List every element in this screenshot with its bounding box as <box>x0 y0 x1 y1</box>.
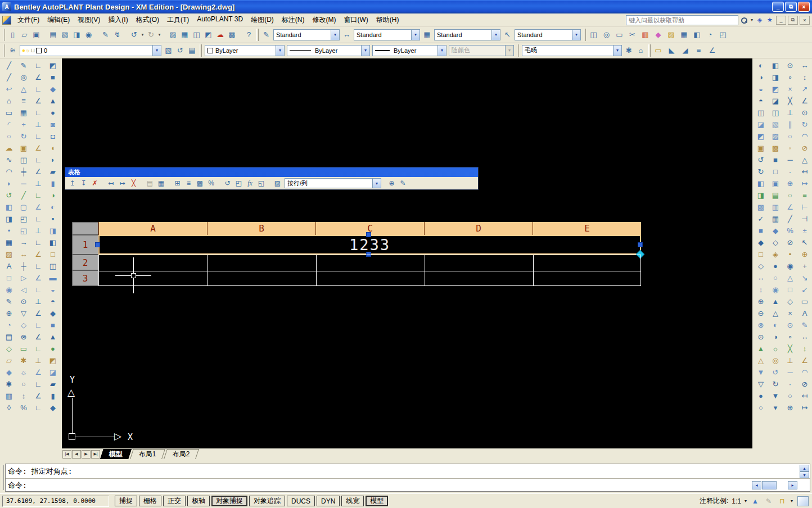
dimension-tool-icon[interactable]: ↻ <box>799 119 811 130</box>
toolbar-grip[interactable] <box>3 29 5 41</box>
style-icon[interactable]: ↔ <box>341 29 353 40</box>
modify-tool-icon[interactable]: ↔ <box>17 248 30 260</box>
match-cell-icon[interactable]: ▨ <box>272 178 283 188</box>
table-grid[interactable] <box>98 255 641 286</box>
formula-icon[interactable]: fx <box>245 178 255 188</box>
insert-col-left-icon[interactable]: ↤ <box>106 178 116 188</box>
manage-content-icon[interactable]: ◱ <box>256 178 267 188</box>
ucs-tool-icon[interactable]: ∟ <box>32 402 44 414</box>
modeling-tool-icon[interactable]: ▮ <box>47 178 59 189</box>
view-tool-icon[interactable]: ▲ <box>769 296 782 307</box>
ucs-tool-icon[interactable]: ∟ <box>32 83 44 95</box>
osnap-tool-icon[interactable]: ⊕ <box>784 402 796 414</box>
view-tool-icon[interactable]: □ <box>769 166 782 178</box>
draw-tool-icon[interactable]: ╱ <box>3 60 15 71</box>
ucs-tool-icon[interactable]: ∠ <box>32 166 44 178</box>
solid-edit-tool-icon[interactable]: ■ <box>755 225 767 237</box>
map-icon[interactable]: ▦ <box>678 29 690 40</box>
door-icon[interactable]: ◰ <box>717 29 729 40</box>
solid-edit-tool-icon[interactable]: ↔ <box>755 272 767 284</box>
style-icon[interactable]: ↖ <box>502 29 513 40</box>
chevron-down-icon[interactable]: ▾ <box>372 179 381 188</box>
paint-icon[interactable]: ✎ <box>100 29 111 40</box>
equipment-icon[interactable]: ◫ <box>588 29 599 40</box>
draw-tool-icon[interactable]: ▥ <box>3 390 15 402</box>
osnap-tool-icon[interactable]: ∘ <box>784 331 796 343</box>
modeling-tool-icon[interactable]: ▪ <box>47 213 59 225</box>
save-icon[interactable]: ▣ <box>30 29 42 40</box>
solid-edit-tool-icon[interactable]: △ <box>755 355 767 366</box>
table-toolbar-titlebar[interactable]: 表格 <box>65 167 478 177</box>
view-tool-icon[interactable]: ☼ <box>769 343 782 355</box>
table-column-header[interactable]: D <box>424 222 533 235</box>
dimension-tool-icon[interactable]: ∠ <box>799 355 811 366</box>
insert-row-below-icon[interactable]: ↧ <box>78 178 89 188</box>
osnap-tool-icon[interactable]: ╳ <box>784 343 796 355</box>
modify-tool-icon[interactable]: ╱ <box>17 189 30 201</box>
solid-edit-tool-icon[interactable]: ◨ <box>755 189 767 201</box>
modeling-tool-icon[interactable]: ■ <box>47 319 59 331</box>
osnap-tool-icon[interactable]: ◇ <box>784 296 796 307</box>
toolbar-grip[interactable] <box>584 29 586 41</box>
block-editor-icon[interactable]: ◫ <box>191 29 202 40</box>
solid-edit-tool-icon[interactable]: □ <box>755 248 767 260</box>
osnap-tool-icon[interactable]: × <box>784 307 796 319</box>
ucs-tool-icon[interactable]: ∟ <box>32 343 44 355</box>
ucs-tool-icon[interactable]: ∠ <box>32 331 44 343</box>
chevron-down-icon[interactable]: ▾ <box>437 46 446 56</box>
dimension-tool-icon[interactable]: ⊘ <box>799 142 811 154</box>
doc-close-button[interactable]: × <box>800 16 810 25</box>
dimension-tool-icon[interactable]: ∠ <box>799 95 811 107</box>
modeling-tool-icon[interactable]: ◘ <box>47 130 59 142</box>
view-tool-icon[interactable]: ↻ <box>769 378 782 390</box>
delete-col-icon[interactable]: ╳ <box>128 178 139 188</box>
modify-tool-icon[interactable]: + <box>17 119 30 130</box>
angle-icon[interactable]: ∠ <box>706 44 718 56</box>
dimension-tool-icon[interactable]: ↘ <box>799 272 811 284</box>
status-menu-arrow-icon[interactable]: ▾ <box>791 498 793 504</box>
osnap-tool-icon[interactable]: ◉ <box>784 260 796 272</box>
delete-row-icon[interactable]: ✗ <box>89 178 100 188</box>
solid-edit-tool-icon[interactable]: ◑ <box>755 71 767 83</box>
ucs-tool-icon[interactable]: ∠ <box>32 201 44 213</box>
modeling-tool-icon[interactable]: ◐ <box>47 201 59 213</box>
toolbar-grip[interactable] <box>3 44 5 57</box>
table-corner-cell[interactable] <box>72 222 98 235</box>
insert-col-right-icon[interactable]: ↦ <box>117 178 128 188</box>
doc-restore-button[interactable]: ⧉ <box>788 16 798 25</box>
doc-minimize-button[interactable]: _ <box>776 16 786 25</box>
command-input-line[interactable]: 命令: <box>8 480 27 491</box>
modify-tool-icon[interactable]: ╪ <box>17 166 30 178</box>
gear-icon[interactable]: ✱ <box>623 44 635 56</box>
view-tool-icon[interactable]: ◨ <box>769 71 782 83</box>
menu-item[interactable]: 插入(I) <box>104 13 132 26</box>
chevron-down-icon[interactable]: ▾ <box>152 46 161 56</box>
insert-row-above-icon[interactable]: ↥ <box>67 178 78 188</box>
view-tool-icon[interactable]: ▨ <box>769 130 782 142</box>
modify-tool-icon[interactable]: ▷ <box>17 272 30 284</box>
osnap-tool-icon[interactable]: ⊥ <box>784 355 796 366</box>
solid-edit-tool-icon[interactable]: ● <box>755 390 767 402</box>
solid-edit-tool-icon[interactable]: ◒ <box>755 83 767 95</box>
scroll-up-button[interactable]: ▴ <box>800 465 809 471</box>
osnap-tool-icon[interactable]: ○ <box>784 390 796 402</box>
menu-item[interactable]: 格式(O) <box>132 13 163 26</box>
insert-block-icon[interactable]: ↺ <box>222 178 233 188</box>
ucs-tool-icon[interactable]: ∟ <box>32 107 44 119</box>
ucs-tool-icon[interactable]: ∠ <box>32 366 44 378</box>
view-tool-icon[interactable]: ◑ <box>769 331 782 343</box>
view-tool-icon[interactable]: ◪ <box>769 95 782 107</box>
view-tool-icon[interactable]: ▼ <box>769 390 782 402</box>
train-icon[interactable]: ▥ <box>639 29 651 40</box>
merge-cells-icon[interactable]: ▤ <box>145 178 155 188</box>
solid-edit-tool-icon[interactable]: ◪ <box>755 119 767 130</box>
dimension-tool-icon[interactable]: ↖ <box>799 237 811 248</box>
osnap-tool-icon[interactable]: ⊕ <box>784 178 796 189</box>
osnap-tool-icon[interactable]: ⊙ <box>784 319 796 331</box>
draw-tool-icon[interactable]: ▨ <box>3 248 15 260</box>
chevron-down-icon[interactable]: ▾ <box>613 46 621 56</box>
modeling-tool-icon[interactable]: ● <box>47 107 59 119</box>
view-tool-icon[interactable]: ▦ <box>769 213 782 225</box>
modeling-tool-icon[interactable]: ◗ <box>47 154 59 166</box>
browse-icon[interactable]: ◎ <box>601 29 612 40</box>
